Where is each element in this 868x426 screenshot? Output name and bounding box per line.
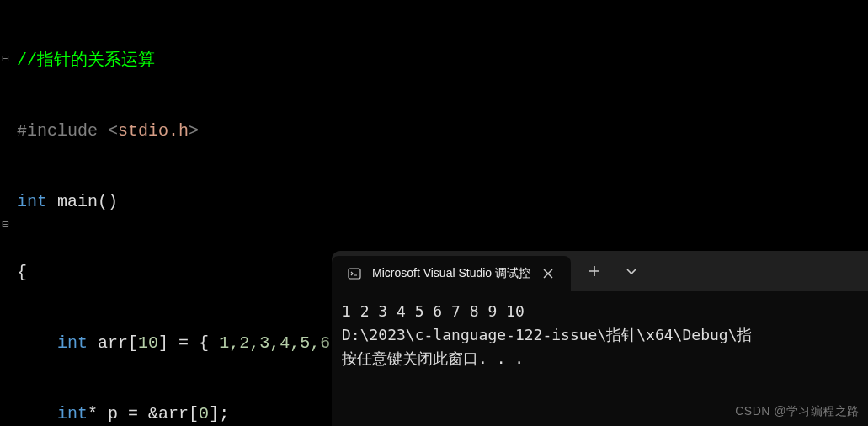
header-name: stdio.h xyxy=(118,121,189,141)
output-line: D:\2023\c-language-122-issue\指针\x64\Debu… xyxy=(342,323,860,347)
terminal-output[interactable]: 1 2 3 4 5 6 7 8 9 10D:\2023\c-language-1… xyxy=(332,291,868,379)
svg-rect-0 xyxy=(349,269,360,279)
output-line: 1 2 3 4 5 6 7 8 9 10 xyxy=(342,300,860,323)
code-line[interactable]: //指针的关系运算 xyxy=(17,49,868,72)
fold-toggle-icon[interactable]: ⊟ xyxy=(2,213,8,237)
terminal-icon xyxy=(347,266,362,281)
pp-directive: #include xyxy=(17,121,108,141)
code-line[interactable]: #include <stdio.h> xyxy=(17,120,868,143)
close-icon[interactable] xyxy=(541,266,556,281)
debug-console-window[interactable]: Microsoft Visual Studio 调试控 1 2 3 4 5 6 … xyxy=(332,251,868,426)
tab-dropdown-button[interactable] xyxy=(615,256,648,286)
tab-actions xyxy=(571,251,655,291)
code-line[interactable]: int main() xyxy=(17,190,868,214)
terminal-tab[interactable]: Microsoft Visual Studio 调试控 xyxy=(332,256,571,291)
output-line: 按任意键关闭此窗口. . . xyxy=(342,347,860,370)
watermark-text: CSDN @学习编程之路 xyxy=(735,404,860,419)
comment-text: //指针的关系运算 xyxy=(17,51,155,70)
terminal-title-bar[interactable]: Microsoft Visual Studio 调试控 xyxy=(332,251,868,291)
fold-toggle-icon[interactable]: ⊟ xyxy=(2,47,8,71)
terminal-tab-title: Microsoft Visual Studio 调试控 xyxy=(372,266,530,281)
new-tab-button[interactable] xyxy=(578,256,611,286)
